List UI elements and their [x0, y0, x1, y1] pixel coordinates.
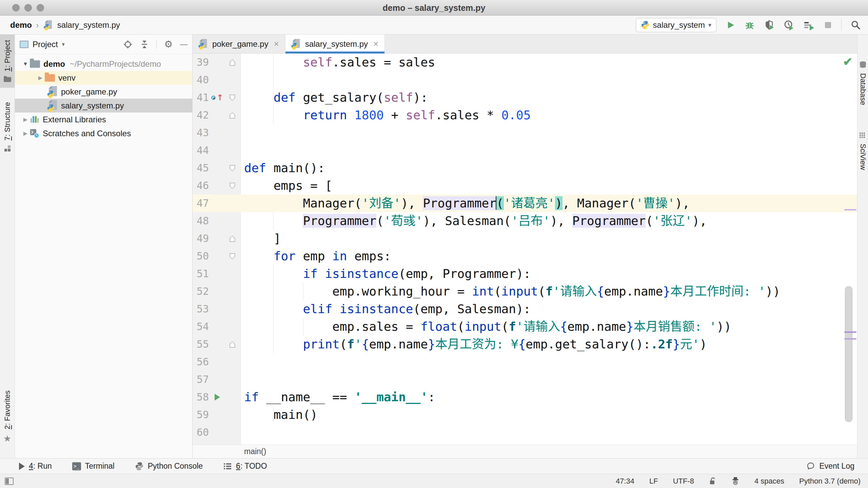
code-text: self.sales = sales [244, 54, 435, 71]
code-line-49[interactable]: 49 ] [193, 230, 857, 247]
run-concurrency-button[interactable] [803, 20, 815, 30]
tab-label: salary_system.py [305, 39, 368, 49]
breadcrumb-file[interactable]: salary_system.py [57, 20, 120, 30]
code-line-39[interactable]: 39 self.sales = sales [193, 54, 857, 71]
fold-marker-icon[interactable] [230, 165, 235, 171]
collapse-all-icon[interactable] [140, 40, 149, 49]
tree-expanded-icon[interactable]: ▼ [21, 61, 30, 67]
fold-marker-icon[interactable] [230, 59, 235, 66]
code-text: if isinstance(emp, Programmer): [244, 265, 531, 283]
code-line-59[interactable]: 59 main() [193, 406, 857, 424]
project-panel-title[interactable]: Project [33, 40, 58, 49]
line-separator[interactable]: LF [649, 477, 658, 486]
override-method-icon[interactable]: ↑ [209, 95, 226, 101]
fold-marker-icon[interactable] [230, 112, 235, 119]
toolwindow-run-label: 4: Run [29, 462, 52, 471]
error-stripe-mark[interactable] [844, 338, 856, 340]
tree-item-demo[interactable]: ▼ demo ~/PycharmProjects/demo [15, 57, 192, 71]
tool-stripe-structure[interactable]: 7: Structure [0, 97, 15, 158]
tool-stripe-favorites[interactable]: 2: Favorites ★ [0, 385, 15, 449]
toolwindow-python-console-button[interactable]: Python Console [135, 462, 203, 471]
fold-marker-icon[interactable] [230, 253, 235, 260]
tree-item-poker-game[interactable]: poker_game.py [15, 85, 192, 99]
run-button[interactable] [725, 20, 735, 30]
toolwindow-terminal-button[interactable]: >_ Terminal [72, 462, 115, 471]
fold-marker-icon[interactable] [230, 183, 235, 189]
close-tab-icon[interactable]: × [373, 39, 378, 49]
tab-salary-system[interactable]: salary_system.py × [285, 35, 385, 53]
tree-collapsed-icon[interactable]: ▶ [21, 130, 30, 137]
code-line-53[interactable]: 53 elif isinstance(emp, Salesman): [193, 300, 857, 318]
tree-item-external-libraries[interactable]: ▶ External Libraries [15, 113, 192, 126]
code-line-51[interactable]: 51 if isinstance(emp, Programmer): [193, 265, 857, 283]
tree-item-venv[interactable]: ▶ venv [15, 71, 192, 85]
search-everywhere-icon[interactable] [850, 20, 861, 30]
error-stripe-mark[interactable] [844, 331, 856, 333]
breadcrumb: demo › salary_system.py [0, 19, 120, 31]
code-line-42[interactable]: 42 return 1800 + self.sales * 0.05 [193, 106, 857, 124]
tool-stripe-database[interactable]: Database [857, 61, 868, 110]
error-stripe-mark[interactable] [844, 209, 856, 210]
gear-icon[interactable]: ⚙ [164, 40, 173, 49]
tool-stripe-favorites-label: 2: Favorites [3, 390, 12, 429]
code-line-58[interactable]: 58if __name__ == '__main__': [193, 388, 857, 406]
tree-item-salary-system[interactable]: salary_system.py [15, 99, 192, 113]
event-log-button[interactable]: Event Log [806, 462, 854, 471]
code-line-55[interactable]: 55 print(f'{emp.name}本月工资为: ¥{emp.get_sa… [193, 336, 857, 353]
code-line-46[interactable]: 46 emps = [ [193, 177, 857, 195]
run-with-coverage-button[interactable] [764, 20, 775, 30]
tree-collapsed-icon[interactable]: ▶ [21, 116, 30, 123]
code-line-52[interactable]: 52 emp.working_hour = int(input(f'请输入{em… [193, 283, 857, 300]
profiler-button[interactable] [784, 20, 794, 30]
tree-collapsed-icon[interactable]: ▶ [36, 75, 45, 81]
code-line-43[interactable]: 43 [193, 124, 857, 142]
fold-marker-icon[interactable] [230, 95, 235, 101]
inspections-ok-icon[interactable]: ✔ [843, 55, 853, 68]
tool-stripe-sciview[interactable]: SciView [857, 132, 868, 176]
tree-item-path: ~/PycharmProjects/demo [70, 59, 161, 69]
editor-scrollbar-thumb[interactable] [845, 286, 852, 422]
line-number: 42 [193, 106, 209, 124]
code-line-44[interactable]: 44 [193, 142, 857, 159]
code-line-50[interactable]: 50 for emp in emps: [193, 247, 857, 265]
run-line-icon[interactable] [209, 394, 226, 401]
code-editor[interactable]: 39 self.sales = sales4041↑ def get_salar… [193, 54, 857, 445]
code-line-57[interactable]: 57 [193, 371, 857, 388]
file-encoding[interactable]: UTF-8 [673, 477, 694, 486]
caret-position[interactable]: 47:34 [616, 477, 634, 486]
breadcrumb-project[interactable]: demo [10, 20, 32, 30]
locate-file-icon[interactable] [123, 40, 133, 49]
run-configuration-select[interactable]: salary_system ▾ [636, 18, 716, 32]
readonly-lock-icon[interactable] [709, 477, 716, 485]
tool-window-bar: 4: Run >_ Terminal Python Console 6: TOD… [0, 458, 868, 474]
code-line-60[interactable]: 60 [193, 424, 857, 441]
tool-stripe-project[interactable]: 1: Project [0, 35, 15, 88]
toolwindow-run-button[interactable]: 4: Run [19, 462, 52, 471]
code-line-47[interactable]: 47 Manager('刘备'), Programmer('诸葛亮'), Man… [193, 195, 857, 212]
indent-setting[interactable]: 4 spaces [754, 477, 784, 486]
sciview-grid-icon [859, 132, 867, 140]
python-file-icon [199, 39, 208, 49]
code-line-56[interactable]: 56 [193, 353, 857, 371]
toolwindow-todo-button[interactable]: 6: TODO [223, 462, 267, 471]
toggle-toolwindows-icon[interactable] [5, 477, 14, 485]
code-line-40[interactable]: 40 [193, 71, 857, 89]
line-number: 58 [193, 388, 209, 406]
breadcrumb-main[interactable]: main() [244, 447, 266, 456]
code-line-41[interactable]: 41↑ def get_salary(self): [193, 89, 857, 106]
fold-marker-icon[interactable] [230, 341, 235, 348]
tab-poker-game[interactable]: poker_game.py × [193, 35, 285, 53]
fold-marker-icon[interactable] [230, 236, 235, 242]
close-tab-icon[interactable]: × [274, 39, 279, 49]
tree-item-scratches[interactable]: ▶ Scratches and Consoles [15, 126, 192, 140]
code-line-48[interactable]: 48 Programmer('荀彧'), Salesman('吕布'), Pro… [193, 212, 857, 230]
chevron-down-icon[interactable]: ▾ [62, 41, 65, 47]
hide-panel-icon[interactable]: — [180, 40, 188, 49]
debug-button[interactable] [744, 20, 755, 30]
code-line-45[interactable]: 45def main(): [193, 159, 857, 177]
code-line-54[interactable]: 54 emp.sales = float(input(f'请输入{emp.nam… [193, 318, 857, 336]
stop-button[interactable] [824, 21, 832, 29]
project-folder-icon [3, 76, 12, 82]
python-interpreter[interactable]: Python 3.7 (demo) [799, 477, 861, 486]
highlighting-level-icon[interactable] [731, 477, 739, 486]
